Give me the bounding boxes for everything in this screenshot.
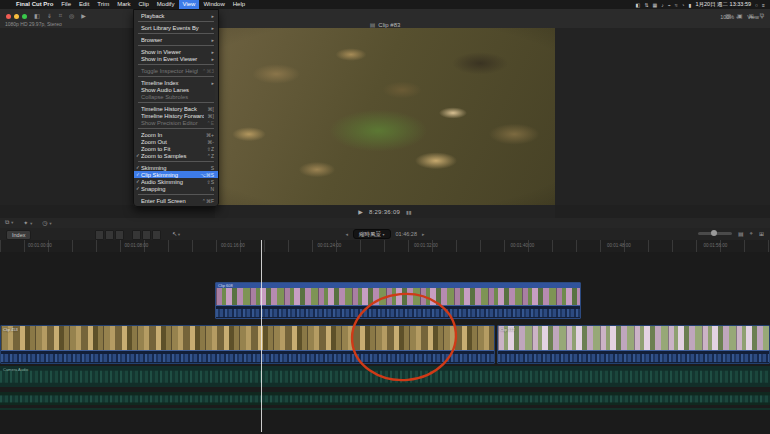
timeline-zoom-slider[interactable] bbox=[698, 232, 732, 235]
ruler-label: 00:01:40:00 bbox=[511, 243, 535, 248]
sync-icon[interactable]: ⇅ bbox=[644, 2, 648, 8]
menubar-item-clip[interactable]: Clip bbox=[134, 0, 152, 9]
next-project-icon[interactable]: ▸ bbox=[422, 231, 425, 237]
menu-separator bbox=[138, 102, 214, 103]
filmstrip-blossoms bbox=[498, 326, 769, 350]
browser-format-info: 1080p HD 29.97p, Stereo bbox=[5, 21, 62, 27]
viewer-zoom-dropdown[interactable]: 100%▼ bbox=[720, 14, 739, 20]
menu-item-clip-skimming[interactable]: ✓Clip Skimming⌥⌘S bbox=[134, 171, 218, 178]
share-icon[interactable]: ▶ bbox=[81, 12, 86, 19]
effects-wand-icon[interactable]: ✦▼ bbox=[23, 219, 33, 226]
keyword-editor-icon[interactable]: ⌗ bbox=[59, 12, 62, 19]
menubar-item-trim[interactable]: Trim bbox=[93, 0, 113, 9]
ruler-label: 00:01:00:00 bbox=[28, 243, 52, 248]
skimming-toggle-icon[interactable]: ⌖ bbox=[750, 230, 753, 237]
zoom-window-button[interactable] bbox=[22, 14, 27, 19]
retime-icon[interactable]: ◷▼ bbox=[42, 219, 52, 226]
library-toolbar: ◧ ⇓ ⌗ ◎ ▶ bbox=[34, 12, 86, 19]
menubar-item-edit[interactable]: Edit bbox=[75, 0, 93, 9]
menubar-item-view[interactable]: View bbox=[179, 0, 200, 9]
menu-item-enter-full-screen[interactable]: Enter Full Screen⌃⌘F bbox=[134, 197, 218, 204]
menubar-item-file[interactable]: File bbox=[57, 0, 75, 9]
menu-item-show-precision-editor: Show Precision Editor⌃E bbox=[134, 119, 218, 126]
wifi-icon[interactable]: ≈ bbox=[675, 2, 678, 8]
viewer-timecode: 8:29:36:09 bbox=[369, 209, 400, 215]
time-machine-icon[interactable]: ◔ bbox=[682, 2, 685, 8]
final-cut-pro-screen: Final Cut ProFileEditTrimMarkClipModifyV… bbox=[0, 0, 770, 434]
menu-item-zoom-out[interactable]: Zoom Out⌘- bbox=[134, 138, 218, 145]
menu-bar: Final Cut ProFileEditTrimMarkClipModifyV… bbox=[0, 0, 770, 9]
import-media-icon[interactable]: ⇓ bbox=[47, 12, 52, 19]
viewer-view-dropdown[interactable]: View▼ bbox=[747, 14, 764, 20]
viewer-video[interactable] bbox=[215, 28, 555, 205]
play-button[interactable]: ▶ bbox=[358, 208, 363, 215]
background-tasks-icon[interactable]: ◎ bbox=[69, 12, 74, 19]
primary-clip-blossoms[interactable]: Clip 512 bbox=[497, 325, 770, 364]
project-name-dropdown[interactable]: 縮時風景 ▾ bbox=[353, 229, 391, 239]
menu-separator bbox=[138, 45, 214, 46]
airplay-icon[interactable]: ⌁ bbox=[668, 2, 671, 8]
timeline-header-right: ▤ ⌖ ⊞ bbox=[698, 230, 764, 237]
menu-item-sort-library-events-by[interactable]: Sort Library Events By▸ bbox=[134, 24, 218, 31]
audio-lane-2[interactable] bbox=[0, 392, 770, 405]
menubar-item-mark[interactable]: Mark bbox=[113, 0, 134, 9]
battery-icon[interactable]: ▮ bbox=[689, 2, 692, 8]
menu-separator bbox=[138, 33, 214, 34]
menu-separator bbox=[138, 194, 214, 195]
menubar-status-area: ◧⇅▦♪⌁≈◔▮ 1月20日 週二 13:33:59 ○ ≡ bbox=[636, 1, 770, 8]
display-icon[interactable]: ◧ bbox=[636, 2, 641, 8]
menu-item-zoom-to-samples[interactable]: ✓Zoom to Samples⌃Z bbox=[134, 152, 218, 159]
window-titlebar: ◧ ⇓ ⌗ ◎ ▶ ▤Clip #83 ▥ ▣ ⊞ ⧉ bbox=[0, 9, 770, 29]
menu-item-show-audio-lanes[interactable]: Show Audio Lanes bbox=[134, 86, 218, 93]
menu-item-show-in-viewer[interactable]: Show in Viewer▸ bbox=[134, 48, 218, 55]
audio-lane-thin bbox=[0, 408, 770, 410]
menu-item-timeline-history-forward[interactable]: Timeline History Forward⌘] bbox=[134, 112, 218, 119]
menu-item-show-in-event-viewer[interactable]: Show in Event Viewer▸ bbox=[134, 55, 218, 62]
menu-item-zoom-to-fit[interactable]: Zoom to Fit⇧Z bbox=[134, 145, 218, 152]
menu-item-audio-skimming[interactable]: ✓Audio Skimming⇧S bbox=[134, 178, 218, 185]
project-duration: 01:46:28 bbox=[396, 231, 417, 237]
menubar-item-help[interactable]: Help bbox=[229, 0, 249, 9]
ruler-label: 00:01:24:00 bbox=[318, 243, 342, 248]
viewer-options: 100%▼ View▼ bbox=[720, 14, 764, 20]
ruler-label: 00:01:56:00 bbox=[704, 243, 728, 248]
menu-item-browser[interactable]: Browser▸ bbox=[134, 36, 218, 43]
clip-appearance-icon[interactable]: ▤ bbox=[738, 230, 744, 237]
menu-item-skimming[interactable]: ✓SkimmingS bbox=[134, 164, 218, 171]
menubar-item-final-cut-pro[interactable]: Final Cut Pro bbox=[12, 0, 57, 9]
menu-separator bbox=[138, 64, 214, 65]
audio-lane-name: Camera Audio bbox=[3, 367, 28, 372]
menu-item-timeline-index[interactable]: Timeline Index▸ bbox=[134, 79, 218, 86]
menubar-items: Final Cut ProFileEditTrimMarkClipModifyV… bbox=[12, 0, 249, 9]
menu-separator bbox=[138, 161, 214, 162]
red-circle-annotation bbox=[348, 290, 460, 384]
timeline-toolbar: ⧉▼ ✦▼ ◷▼ bbox=[0, 218, 770, 228]
view-menu: Playback▸Sort Library Events By▸Browser▸… bbox=[133, 9, 219, 207]
menu-item-playback[interactable]: Playback▸ bbox=[134, 12, 218, 19]
menu-item-snapping[interactable]: ✓SnappingN bbox=[134, 185, 218, 192]
previous-project-icon[interactable]: ◂ bbox=[346, 231, 349, 237]
snapping-toggle-icon[interactable]: ⊞ bbox=[759, 230, 764, 237]
playhead[interactable] bbox=[261, 240, 262, 432]
notification-center-icon[interactable]: ≡ bbox=[762, 2, 765, 8]
menu-item-timeline-history-back[interactable]: Timeline History Back⌘[ bbox=[134, 105, 218, 112]
menu-item-collapse-subroles: Collapse Subroles bbox=[134, 93, 218, 100]
minimize-window-button[interactable] bbox=[14, 14, 19, 19]
clip-audio-waveform bbox=[498, 350, 769, 364]
ruler-label: 00:01:48:00 bbox=[607, 243, 631, 248]
menubar-item-modify[interactable]: Modify bbox=[153, 0, 179, 9]
spotlight-icon[interactable]: ○ bbox=[755, 2, 758, 8]
chevron-down-icon: ▼ bbox=[760, 15, 764, 20]
ruler-label: 00:01:08:00 bbox=[125, 243, 149, 248]
clip-name-label: Clip 453 bbox=[3, 327, 18, 332]
volume-icon[interactable]: ♪ bbox=[661, 2, 664, 8]
paste-attributes-icon[interactable]: ⧉▼ bbox=[5, 219, 14, 226]
menu-item-zoom-in[interactable]: Zoom In⌘+ bbox=[134, 131, 218, 138]
menubar-status-icons: ◧⇅▦♪⌁≈◔▮ bbox=[636, 2, 692, 8]
menubar-clock[interactable]: 1月20日 週二 13:33:59 bbox=[695, 1, 751, 8]
keyboard-icon[interactable]: ▦ bbox=[653, 2, 658, 8]
sidebar-toggle-icon[interactable]: ◧ bbox=[34, 12, 40, 19]
menubar-item-window[interactable]: Window bbox=[199, 0, 228, 9]
close-window-button[interactable] bbox=[6, 14, 11, 19]
audio-meters-icon[interactable]: ▮▮ bbox=[406, 209, 412, 215]
